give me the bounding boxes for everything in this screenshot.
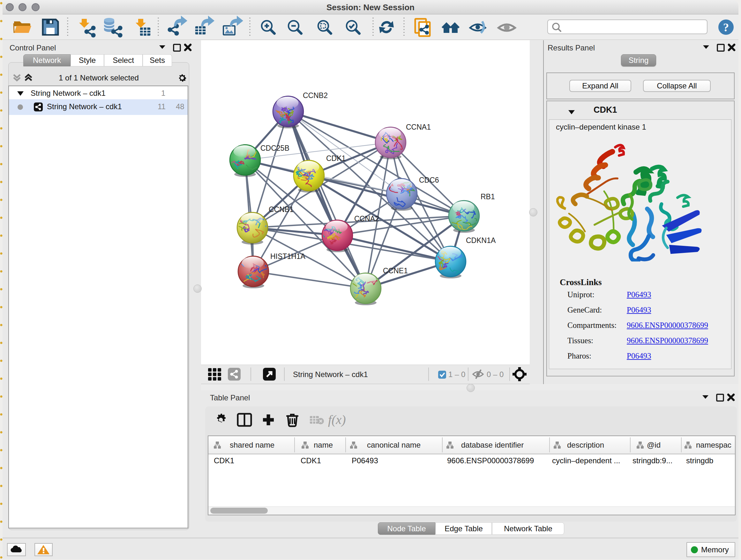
svg-text:description: description: [567, 441, 604, 449]
svg-text:CDK1: CDK1: [326, 154, 346, 163]
svg-text:CCNA2: CCNA2: [354, 214, 379, 223]
svg-text:HIST1H1A: HIST1H1A: [270, 252, 306, 260]
svg-text:namespac: namespac: [696, 441, 731, 449]
svg-text:RB1: RB1: [481, 192, 495, 201]
svg-text:shared name: shared name: [230, 441, 274, 449]
svg-text:CCNE1: CCNE1: [383, 266, 408, 275]
svg-text:f(x): f(x): [328, 413, 346, 427]
svg-text:1 – 0: 1 – 0: [448, 370, 465, 379]
svg-text:CDC25B: CDC25B: [260, 144, 289, 152]
svg-text:database identifier: database identifier: [461, 441, 524, 449]
svg-text:CCNB1: CCNB1: [269, 205, 293, 213]
svg-text:CDKN1A: CDKN1A: [466, 236, 496, 245]
svg-text:CDC6: CDC6: [419, 176, 439, 184]
svg-text:0 – 0: 0 – 0: [487, 370, 503, 379]
svg-text:CCNA1: CCNA1: [406, 123, 431, 131]
svg-text:@id: @id: [647, 441, 661, 449]
svg-text:name: name: [314, 441, 333, 449]
svg-text:?: ?: [723, 21, 729, 34]
svg-text:canonical name: canonical name: [367, 441, 421, 449]
svg-text:CCNB2: CCNB2: [303, 91, 328, 100]
svg-text:String Network – cdk1: String Network – cdk1: [293, 370, 368, 379]
